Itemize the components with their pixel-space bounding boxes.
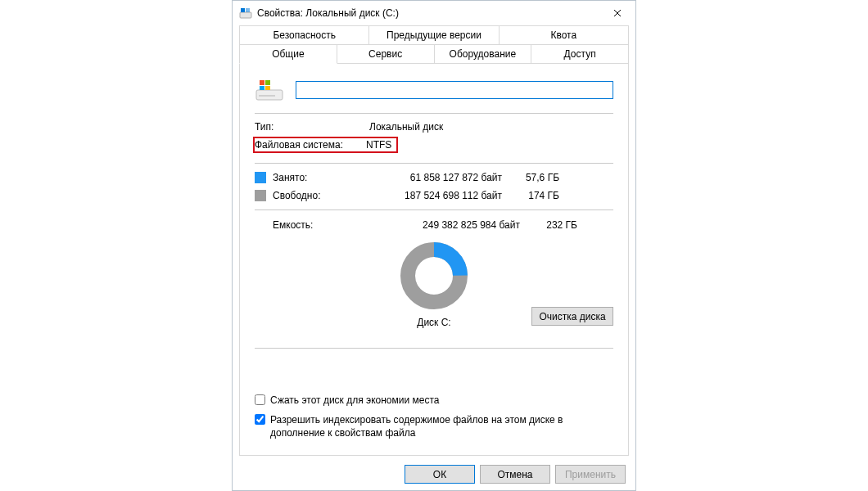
capacity-gb: 232 ГБ [520,219,577,231]
svg-rect-4 [259,95,275,97]
tab-quota[interactable]: Квота [499,25,629,45]
capacity-row: Емкость: 249 382 825 984 байт 232 ГБ [255,215,613,235]
properties-dialog: Свойства: Локальный диск (C:) Безопаснос… [232,0,636,491]
apply-button[interactable]: Применить [555,465,626,484]
svg-rect-7 [260,86,264,90]
svg-rect-2 [246,8,250,12]
usage-donut-chart [398,240,470,312]
capacity-label: Емкость: [255,219,381,231]
filesystem-value: NTFS [366,139,391,151]
filesystem-label: Файловая система: [255,139,366,151]
free-swatch-icon [255,190,266,201]
svg-rect-5 [260,80,264,85]
tab-sharing[interactable]: Доступ [531,44,629,64]
tab-previous-versions[interactable]: Предыдущие версии [368,25,499,45]
svg-rect-8 [265,86,270,90]
close-button[interactable] [599,1,635,25]
filesystem-highlight: Файловая система: NTFS [253,137,398,153]
disk-cleanup-button[interactable]: Очистка диска [531,307,613,326]
type-row: Тип: Локальный диск [255,119,613,135]
drive-icon [239,7,252,20]
separator [255,209,613,210]
separator [255,348,613,349]
tab-content-general: Тип: Локальный диск Файловая система: NT… [239,63,629,456]
cancel-button[interactable]: Отмена [480,465,550,484]
separator [255,113,613,114]
capacity-bytes: 249 382 825 984 байт [381,219,520,231]
compress-label: Сжать этот диск для экономии места [270,394,439,407]
dialog-footer: ОК Отмена Применить [405,465,626,484]
tab-area: Безопасность Предыдущие версии Квота Общ… [233,25,635,456]
titlebar[interactable]: Свойства: Локальный диск (C:) [233,1,635,25]
svg-rect-6 [265,80,270,85]
type-value: Локальный диск [369,121,613,133]
free-bytes: 187 524 698 112 байт [363,190,502,201]
free-gb: 174 ГБ [502,190,559,201]
tab-security[interactable]: Безопасность [239,25,369,45]
tab-general[interactable]: Общие [239,44,337,64]
ok-button[interactable]: ОК [405,465,475,484]
free-label: Свободно: [273,190,363,201]
checkbox-group: Сжать этот диск для экономии места Разре… [255,388,613,445]
used-swatch-icon [255,172,266,183]
type-label: Тип: [255,121,369,133]
usage-chart-area: Диск C: Очистка диска [255,240,613,336]
used-label: Занято: [273,172,363,183]
svg-rect-0 [240,12,251,18]
close-icon [613,9,622,17]
separator [255,163,613,164]
disk-label: Диск C: [417,317,450,328]
free-row: Свободно: 187 524 698 112 байт 174 ГБ [255,187,613,205]
used-bytes: 61 858 127 872 байт [363,172,502,183]
compress-checkbox[interactable] [255,394,265,405]
drive-large-icon [255,75,284,105]
drive-name-input[interactable] [296,81,613,99]
svg-rect-1 [241,8,245,12]
tab-hardware[interactable]: Оборудование [434,44,532,64]
index-label: Разрешить индексировать содержимое файло… [270,413,613,439]
used-row: Занято: 61 858 127 872 байт 57,6 ГБ [255,169,613,187]
tab-tools[interactable]: Сервис [337,44,435,64]
index-checkbox[interactable] [255,414,265,425]
used-gb: 57,6 ГБ [502,172,559,183]
window-title: Свойства: Локальный диск (C:) [257,7,399,19]
